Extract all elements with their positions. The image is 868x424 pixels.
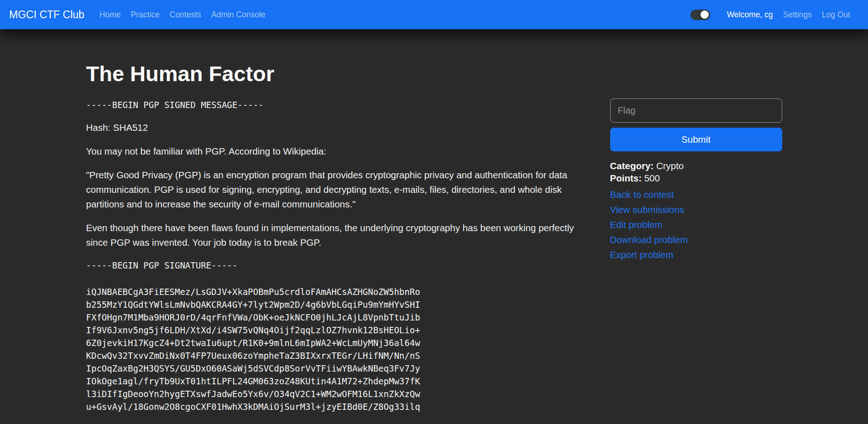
edit-problem-link[interactable]: Edit problem [610, 217, 782, 232]
main-content: The Human Factor -----BEGIN PGP SIGNED M… [86, 29, 782, 413]
category-row: Category: Crypto [610, 160, 782, 172]
view-submissions-link[interactable]: View submissions [610, 202, 782, 217]
description-paragraph: "Pretty Good Privacy (PGP) is an encrypt… [86, 168, 591, 212]
problem-meta: Category: Crypto Points: 500 [610, 160, 782, 184]
category-label: Category: [610, 160, 654, 171]
nav-item-contests[interactable]: Contests [165, 6, 206, 23]
pgp-armor-line: -----BEGIN PGP SIGNATURE----- [86, 259, 591, 272]
pgp-signature-data: iQJNBAEBCgA3FiEESMez/LsGDJV+XkaPOBmPu5cr… [86, 285, 591, 413]
category-value: Crypto [656, 160, 684, 171]
page-title: The Human Factor [86, 61, 782, 87]
description-paragraph: Hash: SHA512 [86, 120, 591, 135]
points-value: 500 [644, 173, 660, 183]
description-paragraph: Even though there have been flaws found … [86, 221, 591, 250]
nav-item-home[interactable]: Home [94, 6, 126, 23]
description-paragraph: You may not be familiar with PGP. Accord… [86, 144, 591, 159]
points-label: Points: [610, 173, 642, 183]
navbar: MGCI CTF Club HomePracticeContestsAdmin … [0, 0, 868, 29]
problem-sidebar: Submit Category: Crypto Points: 500 Back… [610, 98, 782, 262]
nav-item-admin-console[interactable]: Admin Console [206, 6, 271, 23]
dark-mode-toggle[interactable] [690, 10, 710, 20]
logout-link[interactable]: Log Out [817, 6, 855, 23]
back-to-contest-link[interactable]: Back to contest [610, 187, 782, 202]
flag-input[interactable] [610, 98, 782, 123]
nav-item-practice[interactable]: Practice [126, 6, 165, 23]
points-row: Points: 500 [610, 172, 782, 184]
toggle-knob-icon [701, 10, 709, 19]
submit-button[interactable]: Submit [610, 128, 782, 151]
pgp-armor-line: -----BEGIN PGP SIGNED MESSAGE----- [86, 98, 591, 111]
sidebar-links: Back to contestView submissionsEdit prob… [610, 187, 782, 262]
welcome-text: Welcome, cg [722, 6, 778, 23]
brand-link[interactable]: MGCI CTF Club [9, 9, 84, 21]
export-problem-link[interactable]: Export problem [610, 247, 782, 262]
problem-description: -----BEGIN PGP SIGNED MESSAGE-----Hash: … [86, 98, 591, 413]
download-problem-link[interactable]: Download problem [610, 232, 782, 247]
settings-link[interactable]: Settings [778, 6, 816, 23]
nav-links: HomePracticeContestsAdmin Console [94, 6, 271, 23]
